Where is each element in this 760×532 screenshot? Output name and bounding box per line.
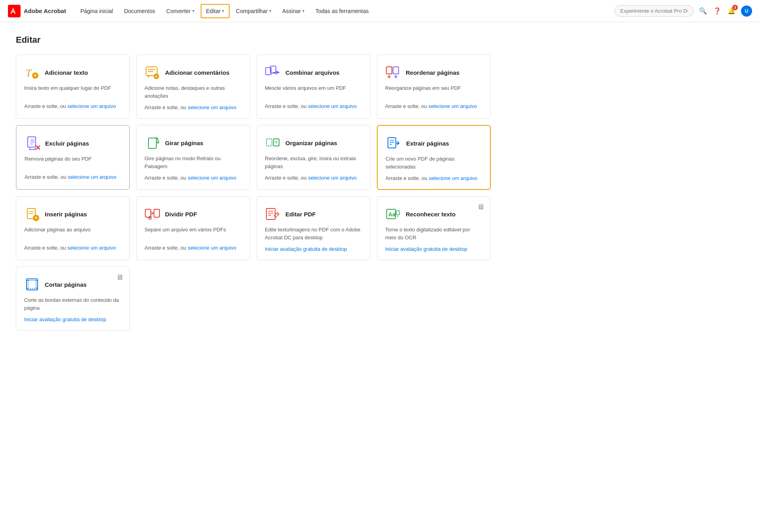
main-content: Editar T + Adicionar texto Insira texto …	[0, 22, 507, 350]
organizar-paginas-icon	[265, 135, 281, 151]
reconhecer-texto-link[interactable]: Iniciar avaliação gratuita de desktop	[385, 246, 467, 252]
tools-grid-row1: T + Adicionar texto Insira texto em qual…	[16, 55, 491, 119]
navbar-right: 🔍 ❓ 🔔 3 U	[614, 5, 752, 17]
reconhecer-texto-icon: Aa	[385, 206, 401, 222]
dividir-pdf-icon	[144, 206, 160, 222]
nav-todas-ferramentas[interactable]: Todas as ferramentas	[311, 5, 374, 17]
avatar[interactable]: U	[741, 6, 752, 17]
tool-card-organizar-paginas[interactable]: Organizar páginas Reordene, exclua, gire…	[256, 125, 370, 190]
card-header: + Adicionar comentários	[144, 64, 242, 80]
inserir-paginas-desc: Adicionar páginas ao arquivo	[24, 226, 122, 240]
tool-card-reordenar-paginas[interactable]: Reordenar páginas Reorganize páginas em …	[377, 55, 491, 119]
search-icon[interactable]: 🔍	[698, 6, 708, 16]
tool-card-excluir-paginas[interactable]: Excluir páginas Remova páginas do seu PD…	[16, 125, 130, 190]
svg-text:+: +	[34, 73, 37, 78]
editar-pdf-link[interactable]: Iniciar avaliação gratuita de desktop	[265, 246, 347, 252]
organizar-paginas-desc: Reordene, exclua, gire, insira ou extrai…	[265, 155, 362, 170]
tool-card-editar-pdf[interactable]: Editar PDF Edite texto/imagens no PDF co…	[256, 196, 370, 260]
editar-pdf-icon	[265, 206, 281, 222]
reordenar-paginas-desc: Reorganize páginas em seu PDF	[385, 84, 483, 98]
tools-grid-row4: 🖥 Cortar páginas Corte as bordas externa…	[16, 267, 491, 331]
dividir-pdf-link[interactable]: selecione um arquivo	[188, 245, 236, 251]
extrair-paginas-link[interactable]: selecione um arquivo	[429, 175, 477, 181]
card-header: Aa Reconhecer texto	[385, 206, 483, 222]
svg-rect-40	[266, 208, 275, 220]
tools-grid-row3: + Inserir páginas Adicionar páginas ao a…	[16, 196, 491, 260]
tool-card-girar-paginas[interactable]: Girar páginas Gire páginas no modo Retra…	[136, 125, 250, 190]
converter-chevron: ▾	[192, 9, 194, 13]
nav-converter[interactable]: Converter ▾	[162, 5, 199, 17]
organizar-paginas-action: Arraste e solte, ou selecione um arquivo	[265, 175, 362, 181]
girar-paginas-icon	[144, 135, 160, 151]
adicionar-texto-action: Arraste e solte, ou selecione um arquivo	[24, 103, 122, 109]
svg-text:Aa: Aa	[388, 211, 395, 218]
nav-editar[interactable]: Editar ▾	[201, 4, 230, 18]
extrair-paginas-action: Arraste e solte, ou selecione um arquivo	[386, 175, 482, 181]
combinar-arquivos-action: Arraste e solte, ou selecione um arquivo	[265, 103, 362, 109]
svg-rect-35	[145, 209, 151, 217]
desktop-badge-reconhecer: 🖥	[477, 203, 484, 211]
nav-pagina-inicial[interactable]: Página inicial	[76, 5, 118, 17]
help-icon[interactable]: ❓	[712, 6, 722, 16]
svg-rect-23	[274, 139, 279, 146]
app-logo[interactable]: Adobe Acrobat	[8, 5, 66, 17]
adicionar-texto-link[interactable]: selecione um arquivo	[67, 103, 116, 109]
empty-cell-3	[377, 267, 491, 331]
editar-chevron: ▾	[222, 9, 224, 13]
girar-paginas-action: Arraste e solte, ou selecione um arquivo	[144, 175, 242, 181]
editar-pdf-action[interactable]: Iniciar avaliação gratuita de desktop	[265, 246, 362, 252]
combinar-arquivos-title: Combinar arquivos	[285, 69, 340, 76]
adicionar-comentarios-title: Adicionar comentários	[165, 69, 230, 76]
combinar-arquivos-link[interactable]: selecione um arquivo	[308, 103, 357, 109]
card-header: Cortar páginas	[24, 276, 122, 292]
adobe-acrobat-icon	[8, 5, 21, 17]
adicionar-texto-desc: Insira texto em qualquer lugar do PDF	[24, 84, 122, 98]
search-input[interactable]	[614, 5, 694, 17]
tool-card-inserir-paginas[interactable]: + Inserir páginas Adicionar páginas ao a…	[16, 196, 130, 260]
inserir-paginas-link[interactable]: selecione um arquivo	[67, 245, 116, 251]
reordenar-paginas-link[interactable]: selecione um arquivo	[428, 103, 477, 109]
inserir-paginas-action: Arraste e solte, ou selecione um arquivo	[24, 245, 122, 251]
svg-text:T: T	[26, 67, 32, 79]
excluir-paginas-link[interactable]: selecione um arquivo	[68, 174, 116, 180]
tool-card-combinar-arquivos[interactable]: Combinar arquivos Mescle vários arquivos…	[256, 55, 370, 119]
svg-rect-47	[396, 211, 399, 215]
assinar-chevron: ▾	[302, 9, 304, 13]
cortar-paginas-link[interactable]: Iniciar avaliação gratuita de desktop	[24, 316, 106, 322]
tool-card-cortar-paginas[interactable]: 🖥 Cortar páginas Corte as bordas externa…	[16, 267, 130, 331]
card-header: Organizar páginas	[265, 135, 362, 151]
svg-line-44	[277, 213, 278, 215]
reconhecer-texto-action[interactable]: Iniciar avaliação gratuita de desktop	[385, 246, 483, 252]
notification-badge: 3	[732, 5, 738, 10]
tool-card-adicionar-comentarios[interactable]: + Adicionar comentários Adicione notas, …	[136, 55, 250, 119]
dividir-pdf-title: Dividir PDF	[165, 211, 197, 218]
adicionar-texto-title: Adicionar texto	[45, 69, 88, 76]
svg-rect-21	[148, 138, 156, 148]
excluir-paginas-icon	[25, 135, 40, 151]
girar-paginas-link[interactable]: selecione um arquivo	[188, 175, 236, 181]
nav-documentos[interactable]: Documentos	[119, 5, 160, 17]
tool-card-reconhecer-texto[interactable]: 🖥 Aa Reconhecer texto Torne o texto digi…	[377, 196, 491, 260]
svg-text:+: +	[155, 74, 158, 79]
svg-rect-50	[28, 280, 36, 288]
cortar-paginas-desc: Corte as bordas externas do conteúdo da …	[24, 296, 122, 312]
girar-paginas-desc: Gire páginas no modo Retrato ou Paisagem	[144, 155, 242, 170]
cortar-paginas-title: Cortar páginas	[45, 281, 87, 288]
nav-assinar[interactable]: Assinar ▾	[277, 5, 309, 17]
cortar-paginas-action[interactable]: Iniciar avaliação gratuita de desktop	[24, 316, 122, 322]
dividir-pdf-action: Arraste e solte, ou selecione um arquivo	[144, 245, 242, 251]
adicionar-comentarios-link[interactable]: selecione um arquivo	[188, 104, 236, 110]
reordenar-paginas-title: Reordenar páginas	[406, 69, 460, 76]
tools-grid-row2: Excluir páginas Remova páginas do seu PD…	[16, 125, 491, 190]
empty-cell-2	[256, 267, 370, 331]
main-nav: Página inicial Documentos Converter ▾ Ed…	[76, 4, 614, 18]
organizar-paginas-link[interactable]: selecione um arquivo	[308, 175, 357, 181]
tool-card-dividir-pdf[interactable]: Dividir PDF Separe um arquivo em vários …	[136, 196, 250, 260]
combinar-arquivos-icon	[265, 64, 281, 80]
svg-rect-14	[393, 67, 399, 74]
notification-icon[interactable]: 🔔 3	[727, 6, 736, 16]
nav-compartilhar[interactable]: Compartilhar ▾	[231, 5, 276, 17]
tool-card-extrair-paginas[interactable]: Extrair páginas Crie um novo PDF de pági…	[377, 125, 491, 190]
adicionar-texto-icon: T +	[24, 64, 40, 80]
tool-card-adicionar-texto[interactable]: T + Adicionar texto Insira texto em qual…	[16, 55, 130, 119]
